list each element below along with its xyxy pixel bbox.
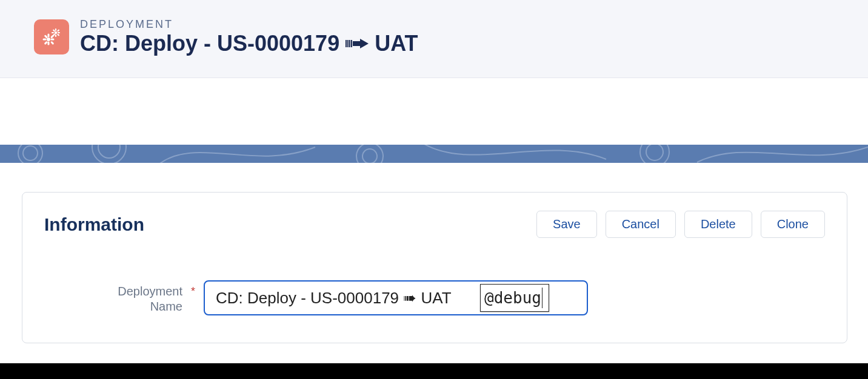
svg-point-1 [55, 31, 57, 34]
bottom-bar [0, 363, 868, 379]
svg-point-11 [98, 145, 120, 158]
spacer-strip [0, 78, 868, 145]
deployment-gears-icon [34, 19, 69, 54]
svg-point-9 [23, 146, 38, 160]
svg-point-12 [356, 145, 383, 163]
text-caret [542, 288, 543, 308]
save-button[interactable]: Save [536, 211, 597, 238]
delete-button[interactable]: Delete [684, 211, 752, 238]
record-title-suffix: UAT [375, 31, 418, 56]
arrow-icon [346, 38, 369, 50]
svg-marker-7 [360, 39, 369, 48]
required-indicator: * [191, 280, 195, 298]
page-header: DEPLOYMENT CD: Deploy - US-0000179 [0, 0, 868, 78]
ime-overlay-text: @debug [484, 289, 541, 307]
svg-rect-4 [349, 40, 350, 47]
card-actions: Save Cancel Delete Clone [536, 211, 825, 238]
cancel-button[interactable]: Cancel [606, 211, 676, 238]
svg-rect-6 [353, 41, 360, 46]
record-title: CD: Deploy - US-0000179 UAT [80, 31, 418, 56]
svg-point-13 [362, 149, 377, 163]
svg-point-10 [92, 145, 126, 163]
path-band [0, 145, 868, 163]
record-type-label: DEPLOYMENT [80, 18, 418, 31]
svg-rect-5 [351, 40, 352, 47]
clone-button[interactable]: Clone [761, 211, 825, 238]
svg-point-0 [47, 38, 50, 41]
ime-overlay: @debug [480, 284, 549, 312]
svg-rect-2 [346, 40, 347, 47]
deployment-name-label: Deployment Name [79, 280, 182, 314]
svg-rect-3 [347, 40, 349, 47]
information-card: Information Save Cancel Delete Clone Dep… [22, 192, 847, 343]
svg-point-15 [646, 145, 663, 160]
card-title: Information [44, 214, 144, 235]
deployment-name-field: Deployment Name * @debug [44, 280, 825, 315]
record-title-prefix: CD: Deploy - US-0000179 [80, 31, 339, 56]
